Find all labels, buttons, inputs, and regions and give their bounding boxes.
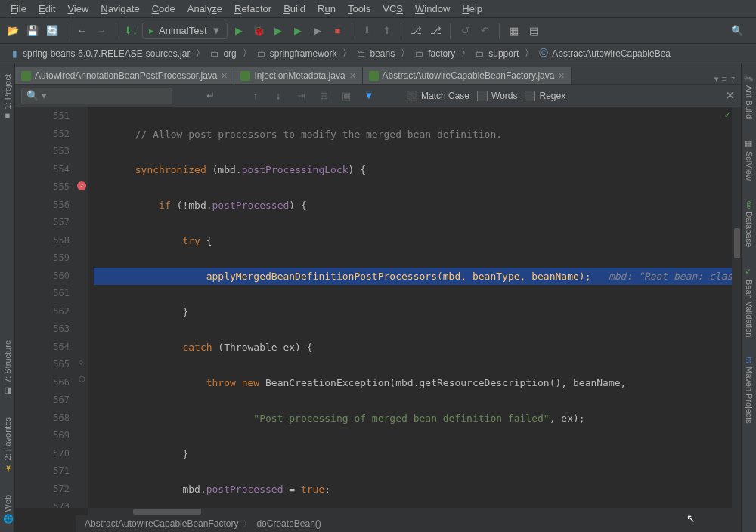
prev-match-icon[interactable]: ↑ (248, 88, 263, 104)
open-icon[interactable]: 📂 (5, 23, 21, 39)
scrollbar-thumb[interactable] (734, 228, 740, 258)
menu-window[interactable]: Window (409, 2, 456, 16)
branch-icon[interactable]: ⎇ (407, 23, 424, 39)
next-match-icon[interactable]: ↓ (271, 88, 286, 104)
nav-breadcrumbs: ▮ spring-beans-5.0.7.RELEASE-sources.jar… (0, 44, 756, 63)
vcs-commit-icon[interactable]: ⬆ (378, 23, 395, 39)
fold-marker-icon[interactable]: ⬡ (79, 375, 85, 383)
horizontal-scrollbar[interactable] (88, 508, 741, 515)
checkbox-icon (525, 91, 535, 101)
menu-view[interactable]: View (61, 2, 94, 16)
enter-icon[interactable]: ↵ (203, 88, 218, 104)
match-case-checkbox[interactable]: Match Case (407, 91, 469, 101)
search-input[interactable]: 🔍 ▾ (21, 88, 172, 104)
save-all-icon[interactable]: 💾 (24, 23, 41, 39)
checkbox-icon (407, 91, 417, 101)
revert-icon[interactable]: ↶ (476, 23, 493, 39)
menu-refactor[interactable]: Refactor (228, 2, 277, 16)
crumb-factory[interactable]: 🗀factory (410, 47, 461, 60)
favorites-tool[interactable]: ★2: Favorites (2, 414, 12, 476)
close-icon[interactable]: ✕ (221, 71, 228, 81)
menu-build[interactable]: Build (277, 2, 311, 16)
jar-icon: ▮ (9, 48, 20, 59)
database-tool[interactable]: 🛢Database (745, 197, 754, 250)
folder-icon: 🗀 (209, 48, 220, 59)
folder-icon: 🗀 (356, 48, 367, 59)
bean-validation-tool[interactable]: ✓Bean Validation (744, 264, 754, 340)
crumb-root[interactable]: ▮ spring-beans-5.0.7.RELEASE-sources.jar (5, 47, 196, 60)
class-icon (240, 71, 250, 81)
folder-icon: 🗀 (475, 48, 485, 59)
filter-icon[interactable]: ▼ (361, 88, 376, 104)
run-icon[interactable]: ▶ (231, 23, 247, 39)
breakpoint-icon[interactable]: ✓ (77, 181, 86, 190)
editor-tabs: AutowiredAnnotationBeanPostProcessor.jav… (15, 63, 741, 85)
vcs-update-icon[interactable]: ⬇ (358, 23, 375, 39)
breadcrumb-method[interactable]: doCreateBean() (256, 518, 321, 529)
crumb-class[interactable]: ⒸAbstractAutowireCapableBea (534, 47, 677, 60)
code-content[interactable]: // Allow post-processors to modify the m… (88, 107, 732, 508)
crumb-beans[interactable]: 🗀beans (352, 47, 401, 60)
right-tool-strip: 🐜Ant Build ▦SciView 🛢Database ✓Bean Vali… (741, 63, 756, 532)
ant-build-tool[interactable]: 🐜Ant Build (744, 70, 754, 122)
tab-abstract-autowire[interactable]: AbstractAutowireCapableBeanFactory.java … (363, 67, 572, 84)
menu-tools[interactable]: Tools (342, 2, 376, 16)
menu-navigate[interactable]: Navigate (94, 2, 145, 16)
branch2-icon[interactable]: ⎇ (427, 23, 444, 39)
menu-edit[interactable]: Edit (33, 2, 61, 16)
history-icon[interactable]: ↺ (457, 23, 473, 39)
crumb-support[interactable]: 🗀support (470, 47, 525, 60)
class-icon: Ⓒ (538, 48, 549, 59)
tab-overflow[interactable]: ▾ ≡7 (714, 74, 741, 84)
find-bar: 🔍 ▾ ↵ ↑ ↓ ⇥ ⊞ ▣ ▼ Match Case Words Regex… (15, 85, 741, 107)
editor-area: AutowiredAnnotationBeanPostProcessor.jav… (15, 63, 741, 532)
build-icon[interactable]: ⬇↓ (122, 23, 139, 39)
sciview-tool[interactable]: ▦SciView (744, 135, 754, 184)
maven-tool[interactable]: mMaven Projects (745, 354, 754, 427)
structure-tool[interactable]: ◧7: Structure (2, 337, 12, 399)
add-selection-icon[interactable]: ⊞ (316, 88, 331, 104)
stop-icon[interactable]: ■ (329, 23, 345, 39)
run-config-selector[interactable]: ▸ AnimalTest ▼ (142, 23, 228, 39)
main-toolbar: 📂 💾 🔄 ← → ⬇↓ ▸ AnimalTest ▼ ▶ 🐞 ▶ ▶ ▶ ■ … (0, 18, 756, 44)
close-icon[interactable]: ✕ (349, 71, 356, 81)
struct-icon[interactable]: ▦ (506, 23, 522, 39)
regex-checkbox[interactable]: Regex (525, 91, 565, 101)
search-icon: 🔍 (26, 90, 39, 101)
profile-icon[interactable]: ▶ (290, 23, 306, 39)
debug-icon[interactable]: 🐞 (250, 23, 267, 39)
run-dash-icon[interactable]: ▤ (525, 23, 542, 39)
error-stripe[interactable]: ✓ (732, 107, 741, 508)
fold-marker-icon[interactable]: ◇ (79, 357, 83, 366)
menu-vcs[interactable]: VCS (376, 2, 409, 16)
class-icon (21, 71, 31, 81)
menu-run[interactable]: Run (311, 2, 342, 16)
menu-file[interactable]: File (5, 2, 33, 16)
web-tool[interactable]: 🌐Web (2, 492, 12, 527)
checkbox-icon (477, 91, 488, 101)
select-all-icon[interactable]: ⇥ (293, 88, 308, 104)
tab-injection-metadata[interactable]: InjectionMetadata.java ✕ (234, 67, 362, 84)
scrollbar-thumb[interactable] (133, 509, 201, 515)
filter2-icon[interactable]: ▣ (339, 88, 354, 104)
close-search-icon[interactable]: ✕ (725, 88, 735, 103)
back-icon[interactable]: ← (73, 23, 90, 39)
breadcrumb-class[interactable]: AbstractAutowireCapableBeanFactory (85, 518, 238, 529)
search-everywhere-icon[interactable]: 🔍 (729, 23, 745, 39)
words-checkbox[interactable]: Words (477, 91, 517, 101)
close-icon[interactable]: ✕ (558, 71, 565, 81)
project-tool[interactable]: ■1: Project (3, 71, 12, 124)
tab-autowired-processor[interactable]: AutowiredAnnotationBeanPostProcessor.jav… (15, 67, 234, 84)
sync-icon[interactable]: 🔄 (44, 23, 60, 39)
cursor-icon: ↖ (686, 512, 696, 524)
coverage-icon[interactable]: ▶ (270, 23, 287, 39)
menu-code[interactable]: Code (146, 2, 181, 16)
code-editor[interactable]: 551 552 553 554 555 556 557 558 559 560 … (15, 107, 741, 508)
forward-icon[interactable]: → (93, 23, 110, 39)
folder-icon: 🗀 (414, 48, 425, 59)
crumb-springframework[interactable]: 🗀springframework (252, 47, 343, 60)
menu-analyze[interactable]: Analyze (181, 2, 228, 16)
crumb-org[interactable]: 🗀org (205, 47, 242, 60)
menu-help[interactable]: Help (456, 2, 488, 16)
attach-icon[interactable]: ▶ (309, 23, 326, 39)
